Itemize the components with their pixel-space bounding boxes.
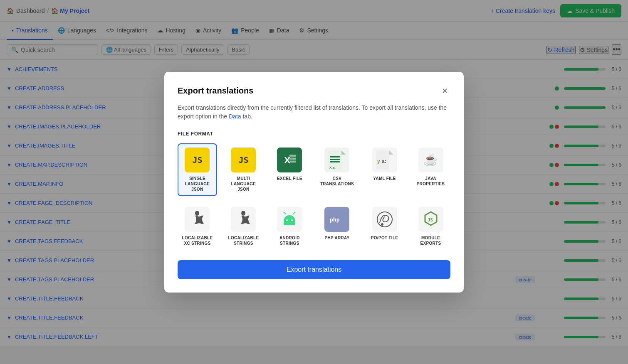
format-label: LOCALIZABLESTRINGS xyxy=(228,235,259,246)
format-icon xyxy=(185,207,210,232)
format-label: EXCEL FILE xyxy=(277,176,302,181)
format-icon: X xyxy=(277,148,302,172)
format-item-java[interactable]: ☕ JAVAPROPERTIES xyxy=(411,143,450,196)
format-label: CSVTRANSLATIONS xyxy=(320,176,354,187)
svg-point-17 xyxy=(286,219,288,221)
export-modal: Export translations ✕ Export translation… xyxy=(164,72,464,293)
svg-marker-6 xyxy=(341,150,346,155)
svg-text:JS: JS xyxy=(428,217,433,223)
format-item-multi-json[interactable]: JS MULTI LANGUAGEJSON xyxy=(224,143,263,196)
format-label: LOCALIZABLEXC STRINGS xyxy=(182,235,213,246)
modal-overlay[interactable]: Export translations ✕ Export translation… xyxy=(0,0,628,364)
format-item-csv[interactable]: X a: CSVTRANSLATIONS xyxy=(316,143,358,196)
format-item-po[interactable]: PO/POT FILE xyxy=(365,203,404,250)
format-icon: php xyxy=(324,207,349,232)
modal-description: Export translations directly from the cu… xyxy=(178,103,450,121)
svg-text:php: php xyxy=(330,216,340,223)
svg-point-23 xyxy=(377,212,392,227)
format-icon: ☕ xyxy=(418,148,443,172)
format-icon xyxy=(372,207,397,232)
format-item-single-json[interactable]: JS SINGLE LANGUAGEJSON xyxy=(178,143,217,196)
svg-rect-8 xyxy=(330,159,340,160)
format-label: PHP ARRAY xyxy=(324,235,349,241)
modal-close-button[interactable]: ✕ xyxy=(439,85,450,97)
data-tab-link[interactable]: Data xyxy=(229,113,241,120)
format-label: JAVAPROPERTIES xyxy=(417,176,445,187)
format-icon xyxy=(231,207,256,232)
format-item-php[interactable]: php PHP ARRAY xyxy=(316,203,358,250)
format-label: SINGLE LANGUAGEJSON xyxy=(182,176,213,192)
svg-line-19 xyxy=(284,212,286,214)
svg-text:X a:: X a: xyxy=(329,166,336,170)
format-item-loc-strings[interactable]: LOCALIZABLESTRINGS xyxy=(224,203,263,250)
svg-rect-2 xyxy=(289,155,296,157)
format-grid: JS SINGLE LANGUAGEJSON JS MULTI LANGUAGE… xyxy=(178,143,450,250)
file-format-label: FILE FORMAT xyxy=(178,131,450,137)
format-label: ANDROIDSTRINGS xyxy=(279,235,300,246)
format-icon: JS xyxy=(231,148,256,172)
format-item-module[interactable]: JS MODULEEXPORTS xyxy=(411,203,450,250)
format-label: PO/POT FILE xyxy=(371,235,398,241)
format-label: MODULEEXPORTS xyxy=(420,235,441,246)
format-icon: ya: xyxy=(372,148,397,172)
format-label: MULTI LANGUAGEJSON xyxy=(228,176,259,192)
format-item-yaml[interactable]: ya: YAML FILE xyxy=(365,143,404,196)
format-label: YAML FILE xyxy=(373,176,396,181)
svg-text:a:: a: xyxy=(382,158,386,164)
svg-text:X: X xyxy=(284,155,291,165)
svg-rect-3 xyxy=(289,157,296,160)
svg-point-24 xyxy=(381,223,383,226)
svg-point-18 xyxy=(291,219,293,221)
svg-line-20 xyxy=(293,212,295,214)
svg-rect-4 xyxy=(289,160,296,162)
modal-header: Export translations ✕ xyxy=(178,85,450,97)
svg-text:y: y xyxy=(377,158,380,164)
format-icon xyxy=(277,207,302,232)
format-icon: JS xyxy=(418,207,443,232)
format-icon: JS xyxy=(185,148,210,172)
svg-rect-7 xyxy=(330,156,340,157)
format-item-android[interactable]: ANDROIDSTRINGS xyxy=(270,203,309,250)
svg-rect-9 xyxy=(330,161,340,162)
export-translations-button[interactable]: Export translations xyxy=(178,260,450,279)
format-item-excel[interactable]: X EXCEL FILE xyxy=(270,143,309,196)
svg-point-15 xyxy=(195,211,199,216)
svg-point-16 xyxy=(241,211,245,216)
svg-marker-12 xyxy=(389,150,393,155)
format-icon: X a: xyxy=(324,148,349,172)
modal-title: Export translations xyxy=(178,86,253,96)
format-item-xc-strings[interactable]: LOCALIZABLEXC STRINGS xyxy=(178,203,217,250)
